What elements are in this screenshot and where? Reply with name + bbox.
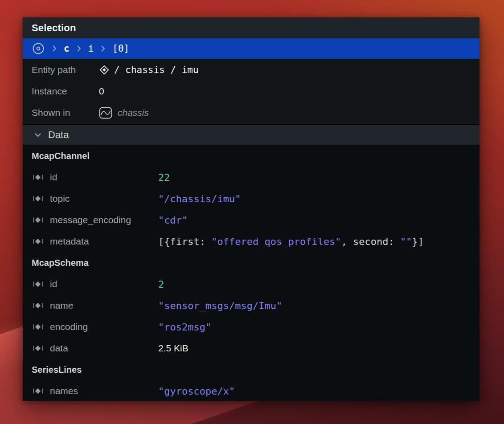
field-value: "/chassis/imu": [158, 193, 241, 204]
shown-in-view-name: chassis: [118, 107, 149, 118]
metadata-syntax: [{first:: [158, 236, 211, 247]
chevron-right-icon: [100, 44, 106, 53]
field-label: names: [50, 386, 158, 396]
selection-info: Entity path / chassis / imu Instance 0 S…: [23, 59, 479, 124]
selection-panel-header: Selection: [23, 17, 479, 38]
timeseries-view-icon: [99, 107, 112, 119]
component-icon: [32, 386, 44, 396]
field-label: id: [50, 279, 158, 289]
breadcrumb-item-chassis[interactable]: c: [64, 44, 70, 53]
entity-path-value[interactable]: / chassis / imu: [99, 65, 199, 75]
field-label: encoding: [50, 322, 158, 332]
field-value: [{first: "offered_qos_profiles", second:…: [158, 236, 424, 247]
field-row-metadata: metadata [{first: "offered_qos_profiles"…: [23, 231, 479, 252]
field-value: 2.5 KiB: [158, 343, 188, 354]
component-icon: [32, 172, 44, 183]
breadcrumb: c i [0]: [23, 38, 479, 59]
shown-in-label: Shown in: [32, 107, 99, 118]
field-label: metadata: [50, 236, 158, 247]
field-row-encoding: encoding "ros2msg": [23, 316, 479, 338]
field-value: 2: [158, 279, 164, 290]
chevron-right-icon: [76, 44, 82, 53]
field-row-data: data 2.5 KiB: [23, 338, 479, 359]
selection-panel: Selection c i [0] Entity path: [23, 17, 479, 401]
instance-value: 0: [99, 86, 104, 97]
component-icon: [32, 343, 44, 354]
heading-text: McapSchema: [32, 258, 89, 268]
entity-path-label: Entity path: [32, 65, 99, 75]
archetype-heading-mcapschema: McapSchema: [23, 252, 479, 273]
metadata-string: "": [400, 236, 412, 247]
field-row-name: name "sensor_msgs/msg/Imu": [23, 295, 479, 316]
field-label: topic: [50, 193, 158, 204]
recording-icon[interactable]: [32, 42, 45, 55]
field-value: "sensor_msgs/msg/Imu": [158, 300, 282, 311]
data-section-content: McapChannel id 22 topic "/chassis/imu" m…: [23, 145, 479, 401]
archetype-heading-serieslines: SeriesLines: [23, 359, 479, 380]
field-value: "cdr": [158, 215, 188, 226]
heading-text: SeriesLines: [32, 365, 82, 375]
panel-title: Selection: [32, 22, 76, 34]
chevron-down-icon: [34, 132, 42, 138]
field-value: 22: [158, 172, 170, 183]
component-icon: [32, 322, 44, 332]
shown-in-row: Shown in chassis: [23, 102, 479, 123]
breadcrumb-item-instance[interactable]: [0]: [112, 44, 129, 53]
instance-label: Instance: [32, 86, 99, 97]
metadata-string: "offered_qos_profiles": [211, 236, 341, 247]
field-label: name: [50, 300, 158, 311]
instance-row: Instance 0: [23, 81, 479, 102]
field-value: "gyroscope/x": [158, 386, 235, 397]
component-icon: [32, 300, 44, 311]
field-label: id: [50, 172, 158, 183]
field-value: "ros2msg": [158, 322, 211, 333]
field-row-id: id 2: [23, 273, 479, 295]
metadata-syntax: }]: [412, 236, 424, 247]
entity-path-text: / chassis / imu: [114, 65, 199, 75]
field-label: message_encoding: [50, 215, 158, 225]
field-row-message-encoding: message_encoding "cdr": [23, 209, 479, 231]
breadcrumb-item-imu[interactable]: i: [88, 44, 94, 53]
data-section-title: Data: [48, 129, 69, 141]
archetype-heading-mcapchannel: McapChannel: [23, 145, 479, 167]
field-row-topic: topic "/chassis/imu": [23, 188, 479, 209]
entity-diamond-icon: [99, 65, 110, 75]
component-icon: [32, 193, 44, 204]
shown-in-view-link[interactable]: chassis: [99, 107, 149, 119]
data-section-header[interactable]: Data: [23, 124, 479, 145]
component-icon: [32, 215, 44, 225]
chevron-right-icon: [52, 44, 57, 53]
field-label: data: [50, 343, 158, 354]
component-icon: [32, 236, 44, 247]
field-row-id: id 22: [23, 167, 479, 188]
field-row-names: names "gyroscope/x": [23, 380, 479, 401]
entity-path-row: Entity path / chassis / imu: [23, 59, 479, 81]
metadata-syntax: , second:: [341, 236, 400, 247]
heading-text: McapChannel: [32, 151, 90, 161]
component-icon: [32, 279, 44, 289]
